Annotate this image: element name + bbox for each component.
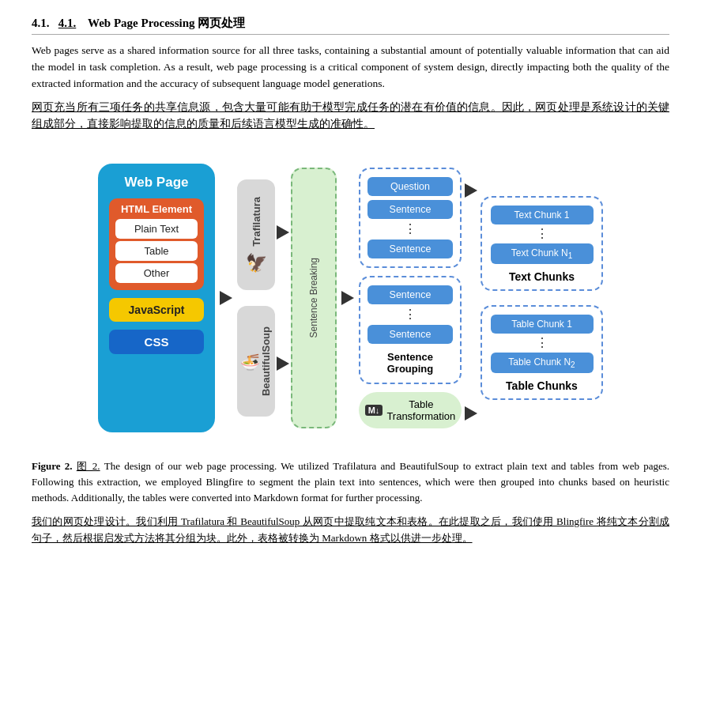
figure-caption-zh: 我们的网页处理设计。我们利用 Trafilatura 和 BeautifulSo… (32, 514, 669, 547)
dots3: ⋮ (536, 228, 548, 240)
arrow3-shape (341, 291, 354, 305)
table-chunkN-btn: Table Chunk N2 (491, 353, 594, 373)
grouping-col: Question Sentence ⋮ Sentence Sentence ⋮ … (359, 168, 462, 428)
sentence-breaking-box: Sentence Breaking (291, 168, 337, 428)
arrow1 (215, 291, 237, 305)
beautifulsoup-label: 🍜 BeautifulSoup (240, 326, 272, 396)
arrow4-bottom (465, 406, 477, 421)
arrow1-shape (220, 291, 232, 305)
para1-zh: 网页充当所有三项任务的共享信息源，包含大量可能有助于模型完成任务的潜在有价值的信… (32, 99, 669, 133)
arrows-to-chunks (465, 152, 477, 444)
section-number-underline: 4.1. (58, 17, 77, 29)
arrow4-top (465, 183, 477, 198)
sentence-btn1: Sentence (367, 200, 453, 219)
table-chunks-box: Table Chunk 1 ⋮ Table Chunk N2 Table Chu… (481, 305, 603, 400)
arrow3 (341, 168, 354, 428)
css-box: CSS (109, 330, 204, 354)
arrow2-top (277, 225, 289, 240)
trafilatura-icon: 🦅 (246, 252, 267, 273)
sentence-grouping-top: Question Sentence ⋮ Sentence (359, 168, 462, 268)
arrow2-bottom (277, 356, 289, 371)
text-chunks-title: Text Chunks (509, 270, 575, 283)
dots2: ⋮ (404, 308, 416, 321)
figure-label-zh: 图 2. (77, 460, 100, 472)
right-chunks-section: Text Chunk 1 ⋮ Text Chunk N1 Text Chunks… (481, 196, 603, 401)
table-chunk1-btn: Table Chunk 1 (491, 315, 594, 334)
subscript1: 1 (568, 251, 573, 260)
figure-caption-text-en: The design of our web page processing. W… (32, 460, 669, 504)
sentence-btn4: Sentence (367, 325, 453, 344)
figure-caption: Figure 2. 图 2. The design of our web pag… (32, 458, 669, 506)
table-transform-box: M↓ Table Transformation (359, 392, 462, 428)
section-heading-text: Web Page Processing 网页处理 (88, 17, 245, 29)
section-title: 4.1. 4.1. Web Page Processing 网页处理 (32, 16, 669, 35)
plain-text-box: Plain Text (115, 219, 198, 239)
html-element-box: HTML Element Plain Text Table Other (109, 198, 204, 290)
sentence-btn2: Sentence (367, 240, 453, 258)
text-chunkN-btn: Text Chunk N1 (491, 243, 594, 264)
trafilatura-label: 🦅 Trafilatura (246, 197, 267, 273)
beautifulsoup-icon: 🍜 (240, 353, 260, 372)
section-number: 4.1. (32, 17, 50, 29)
js-box: JavaScript (109, 298, 204, 322)
diagram: Web Page HTML Element Plain Text Table O… (32, 152, 669, 444)
beautifulsoup-box: 🍜 BeautifulSoup (237, 306, 275, 417)
web-page-title: Web Page (125, 175, 189, 190)
html-element-title: HTML Element (115, 203, 198, 215)
trafilatura-box: 🦅 Trafilatura (237, 179, 275, 290)
figure-label: Figure 2. (32, 460, 73, 472)
table-chunks-title: Table Chunks (506, 379, 578, 392)
text-chunks-box: Text Chunk 1 ⋮ Text Chunk N1 Text Chunks (481, 196, 603, 291)
text-chunk1-btn: Text Chunk 1 (491, 206, 594, 224)
sentence-grouping-bottom: Sentence ⋮ Sentence Sentence Grouping (359, 276, 462, 384)
question-btn: Question (367, 177, 453, 196)
sentence-breaking-label: Sentence Breaking (308, 258, 319, 338)
sentence-btn3: Sentence (367, 285, 453, 304)
subscript2: 2 (571, 360, 575, 369)
para1-en: Web pages serve as a shared information … (32, 43, 669, 92)
table-box: Table (115, 241, 198, 261)
md-badge: M↓ (365, 405, 383, 416)
other-box: Other (115, 263, 198, 283)
center-section: Sentence Breaking Question Sentence ⋮ Se… (291, 168, 462, 428)
sentence-grouping-label: Sentence Grouping (387, 351, 434, 375)
arrows-from-tools (277, 182, 289, 414)
dots4: ⋮ (536, 337, 548, 349)
dots1: ⋮ (404, 223, 416, 236)
table-transform-label-inline: Table Transformation (386, 398, 455, 422)
web-page-box: Web Page HTML Element Plain Text Table O… (98, 164, 215, 432)
